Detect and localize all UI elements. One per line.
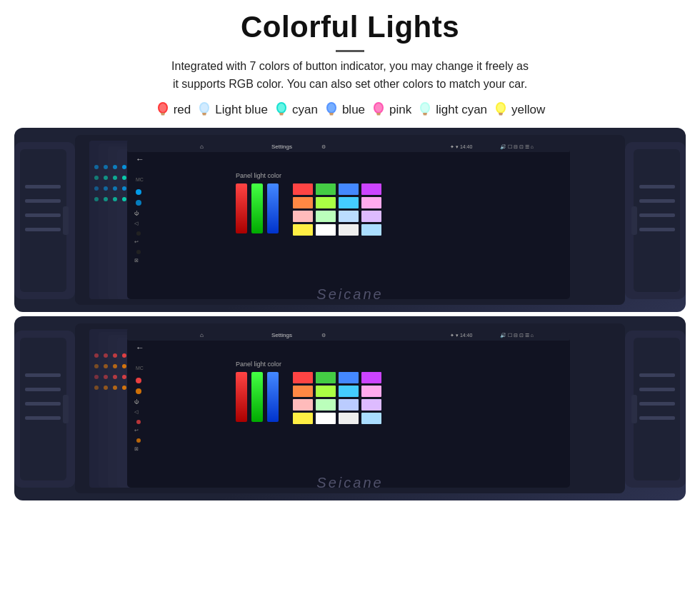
svg-rect-15 xyxy=(329,114,333,116)
color-label-pink: pink xyxy=(389,103,411,117)
svg-point-9 xyxy=(278,104,285,112)
svg-rect-26 xyxy=(499,113,503,114)
svg-rect-150 xyxy=(339,372,359,383)
svg-point-48 xyxy=(94,176,99,180)
svg-rect-82 xyxy=(361,197,381,208)
main-title: Colorful Lights xyxy=(14,10,686,44)
svg-point-93 xyxy=(136,200,141,206)
svg-point-25 xyxy=(497,104,504,112)
svg-rect-33 xyxy=(25,228,61,231)
svg-rect-10 xyxy=(279,113,284,114)
bulb-icon-cyan xyxy=(274,101,289,119)
svg-rect-103 xyxy=(25,373,61,377)
svg-text:←: ← xyxy=(136,343,144,353)
svg-point-130 xyxy=(113,375,117,379)
svg-point-50 xyxy=(94,197,99,201)
svg-point-127 xyxy=(104,386,108,390)
svg-rect-110 xyxy=(639,373,675,377)
svg-rect-38 xyxy=(639,199,675,203)
svg-rect-18 xyxy=(376,113,381,114)
svg-rect-37 xyxy=(639,185,675,188)
svg-text:✦ ▾ 14:40: ✦ ▾ 14:40 xyxy=(450,333,473,338)
svg-rect-107 xyxy=(63,395,69,423)
svg-rect-39 xyxy=(639,213,675,217)
svg-rect-11 xyxy=(279,114,283,116)
svg-rect-105 xyxy=(25,402,61,406)
svg-text:⏻: ⏻ xyxy=(134,399,139,404)
svg-rect-83 xyxy=(293,211,313,222)
svg-point-5 xyxy=(201,104,208,112)
svg-text:⌂: ⌂ xyxy=(200,332,204,338)
color-label-lightcyan: light cyan xyxy=(436,103,487,117)
svg-rect-90 xyxy=(361,224,381,236)
svg-rect-74 xyxy=(267,183,279,233)
svg-rect-86 xyxy=(361,211,381,222)
svg-point-135 xyxy=(122,386,126,390)
svg-point-122 xyxy=(94,375,99,379)
color-item-lightblue: Light blue xyxy=(196,101,268,119)
svg-text:🔊 ☐ ⊟ ⊡ ☰ ⌂: 🔊 ☐ ⊟ ⊡ ☰ ⌂ xyxy=(500,144,534,150)
svg-rect-80 xyxy=(316,197,336,208)
svg-rect-34 xyxy=(63,206,69,235)
svg-rect-114 xyxy=(631,395,637,423)
svg-text:🔊 ☐ ⊟ ⊡ ☰ ⌂: 🔊 ☐ ⊟ ⊡ ☰ ⌂ xyxy=(500,332,534,338)
svg-rect-6 xyxy=(202,113,206,114)
svg-rect-32 xyxy=(25,213,61,217)
svg-text:⌂: ⌂ xyxy=(200,144,204,150)
svg-point-60 xyxy=(122,176,126,180)
svg-rect-30 xyxy=(25,185,61,188)
color-item-cyan: cyan xyxy=(274,101,318,119)
svg-rect-151 xyxy=(361,372,381,383)
svg-point-133 xyxy=(122,364,126,368)
svg-rect-89 xyxy=(339,224,359,236)
svg-rect-40 xyxy=(639,228,675,231)
title-section: Colorful Lights Integrated with 7 colors… xyxy=(14,0,686,94)
svg-rect-75 xyxy=(293,183,313,195)
title-divider xyxy=(336,50,364,52)
svg-rect-159 xyxy=(361,399,381,411)
svg-text:↩: ↩ xyxy=(134,428,139,433)
svg-text:✦ ▾ 14:40: ✦ ▾ 14:40 xyxy=(450,144,473,149)
color-item-lightcyan: light cyan xyxy=(417,101,487,119)
svg-rect-145 xyxy=(236,372,247,422)
svg-rect-157 xyxy=(316,399,336,411)
svg-rect-146 xyxy=(251,372,263,422)
svg-rect-72 xyxy=(236,183,247,233)
svg-text:⚙: ⚙ xyxy=(321,333,326,338)
bulb-icon-lightblue xyxy=(196,101,212,119)
svg-point-134 xyxy=(122,375,126,379)
svg-point-49 xyxy=(94,186,99,191)
svg-rect-160 xyxy=(293,413,313,424)
svg-rect-162 xyxy=(339,413,359,424)
description: Integrated with 7 colors of button indic… xyxy=(29,58,671,94)
svg-rect-77 xyxy=(339,183,359,195)
svg-point-120 xyxy=(94,353,99,358)
svg-rect-29 xyxy=(20,149,66,292)
svg-text:⚙: ⚙ xyxy=(321,144,326,149)
svg-text:MC: MC xyxy=(136,177,144,182)
svg-text:Panel light color: Panel light color xyxy=(236,361,281,368)
svg-point-62 xyxy=(122,197,126,201)
svg-point-21 xyxy=(421,104,429,112)
color-item-red: red xyxy=(155,101,191,119)
color-item-yellow: yellow xyxy=(493,101,545,119)
color-item-blue: blue xyxy=(324,101,365,119)
svg-point-123 xyxy=(94,386,99,390)
svg-rect-158 xyxy=(339,399,359,411)
svg-rect-23 xyxy=(424,114,427,116)
svg-point-129 xyxy=(113,364,117,368)
svg-point-56 xyxy=(113,176,117,180)
svg-point-13 xyxy=(328,104,335,112)
svg-point-165 xyxy=(136,378,141,383)
svg-rect-14 xyxy=(329,113,334,114)
svg-rect-36 xyxy=(634,149,680,292)
bulb-icon-lightcyan xyxy=(417,101,433,119)
panel-row-1: ⌂ Settings ⚙ ✦ ▾ 14:40 🔊 ☐ ⊟ ⊡ ☰ ⌂ ← Pan… xyxy=(14,128,686,312)
svg-rect-102 xyxy=(20,338,66,480)
bulb-icon-blue xyxy=(324,101,339,119)
svg-rect-78 xyxy=(361,183,381,195)
svg-rect-148 xyxy=(293,372,313,383)
svg-text:Seicane: Seicane xyxy=(316,475,383,490)
svg-rect-111 xyxy=(639,388,675,391)
svg-point-51 xyxy=(104,165,108,169)
